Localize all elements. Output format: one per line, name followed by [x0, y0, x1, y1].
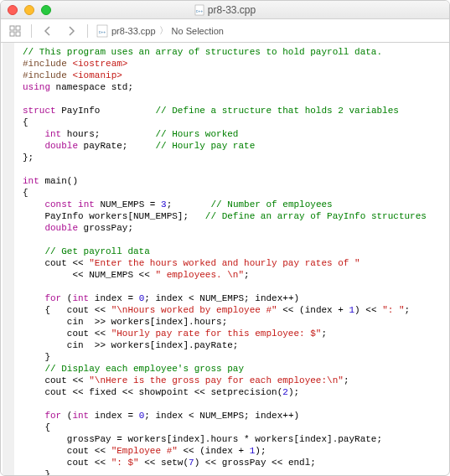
toolbar-separator [31, 24, 32, 38]
breadcrumb-selection: No Selection [172, 26, 224, 36]
forward-icon[interactable] [64, 23, 79, 39]
toolbar-separator [87, 24, 88, 38]
window-title: c++ pr8-33.cpp [1, 4, 449, 16]
code-line: cout << fixed << showpoint << setprecisi… [23, 387, 299, 397]
code-line: #include <iostream> [23, 59, 127, 69]
code-line: double payRate; // Hourly pay rate [23, 141, 255, 151]
code-line: using namespace std; [23, 82, 133, 92]
code-line: cin >> workers[index].hours; [23, 317, 227, 327]
svg-rect-4 [10, 32, 14, 36]
code-line: cout << ": $" << setw(7) << grossPay << … [23, 458, 316, 468]
breadcrumb[interactable]: c++ pr8-33.cpp 〉 No Selection [96, 24, 224, 38]
code-line: int hours; // Hours worked [23, 129, 238, 139]
svg-rect-5 [16, 32, 20, 36]
back-icon[interactable] [40, 23, 55, 39]
code-line: grossPay = workers[index].hours * worker… [23, 434, 382, 444]
code-line: struct PayInfo // Define a structure tha… [23, 106, 399, 116]
code-line: // This program uses an array of structu… [23, 47, 382, 57]
code-line: } [23, 352, 50, 362]
code-line: cout << "Employee #" << (index + 1); [23, 446, 266, 456]
code-line: cout << "\nHere is the gross pay for eac… [23, 375, 349, 385]
code-line: cout << "Hourly pay rate for this employ… [23, 329, 327, 339]
code-line: const int NUM_EMPS = 3; // Number of emp… [23, 199, 333, 210]
code-line: // Get payroll data [23, 246, 150, 256]
code-line: { [23, 422, 50, 432]
code-line: for (int index = 0; index < NUM_EMPS; in… [23, 293, 299, 303]
svg-text:c++: c++ [99, 29, 106, 34]
code-line: << NUM_EMPS << " employees. \n"; [23, 270, 250, 280]
cpp-file-icon: c++ [194, 4, 204, 16]
code-line: { [23, 188, 28, 198]
svg-text:c++: c++ [196, 8, 203, 13]
code-editor[interactable]: // This program uses an array of structu… [13, 43, 449, 476]
code-line: double grossPay; [23, 223, 133, 233]
code-line: for (int index = 0; index < NUM_EMPS; in… [23, 411, 299, 421]
code-line: PayInfo workers[NUM_EMPS]; // Define an … [23, 211, 427, 221]
code-line: #include <iomanip> [23, 70, 122, 80]
code-line: cout << "Enter the hours worked and hour… [23, 258, 360, 268]
svg-rect-3 [16, 26, 20, 30]
related-items-icon[interactable] [8, 23, 23, 39]
toolbar: c++ pr8-33.cpp 〉 No Selection [1, 19, 449, 43]
code-line: { [23, 117, 28, 127]
code-line: cin >> workers[index].payRate; [23, 340, 238, 350]
chevron-right-icon: 〉 [159, 24, 168, 37]
code-line: int main() [23, 176, 78, 186]
breadcrumb-file: pr8-33.cpp [111, 26, 156, 36]
code-line: // Display each employee's gross pay [23, 364, 244, 374]
titlebar: c++ pr8-33.cpp [1, 1, 449, 19]
cpp-file-icon: c++ [96, 24, 108, 38]
code-line: }; [23, 153, 34, 163]
code-line: { cout << "\nHours worked by employee #"… [23, 305, 410, 315]
code-line: } [23, 469, 50, 476]
window-title-text: pr8-33.cpp [208, 4, 256, 16]
svg-rect-2 [10, 26, 14, 30]
